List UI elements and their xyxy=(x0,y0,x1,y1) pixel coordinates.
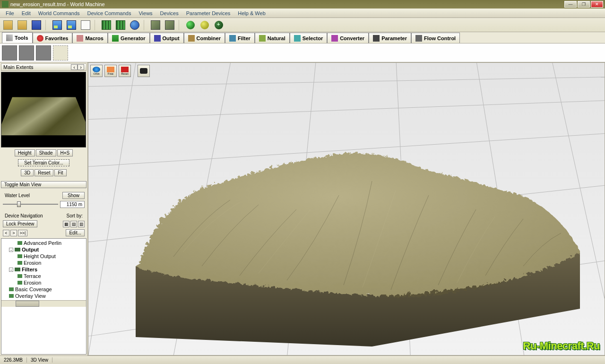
menu-edit[interactable]: Edit xyxy=(18,9,35,17)
3d-viewport[interactable]: Orbit Free Reset xyxy=(88,62,605,355)
build-add-button[interactable] xyxy=(213,19,225,31)
device-nav-label: Device Navigation xyxy=(3,212,45,219)
nav-last-button[interactable]: >>| xyxy=(18,230,27,236)
menu-parameter-devices[interactable]: Parameter Devices xyxy=(182,9,234,17)
menu-file[interactable]: File xyxy=(2,9,18,17)
toggle-main-view-button[interactable]: Toggle Main View xyxy=(1,181,86,188)
tree-node[interactable]: Advanced Perlin xyxy=(2,240,85,246)
save-file-button[interactable] xyxy=(30,19,43,31)
terrain-preview[interactable] xyxy=(1,72,86,147)
map2-button[interactable] xyxy=(164,19,176,31)
tab-natural[interactable]: Natural xyxy=(255,33,290,43)
status-memory: 226.3MB xyxy=(0,357,27,363)
hs-button[interactable]: H+S xyxy=(57,149,73,156)
node-icon xyxy=(15,248,20,251)
nav-prev-button[interactable]: < xyxy=(3,230,9,236)
reset-view-button[interactable]: Reset xyxy=(119,65,131,77)
tree-node[interactable]: -Filters xyxy=(2,266,85,273)
picture2-button[interactable] xyxy=(65,19,78,31)
separator xyxy=(179,20,182,30)
parameter-icon xyxy=(373,35,380,42)
separator xyxy=(95,20,97,30)
node-icon xyxy=(17,241,22,245)
minimize-button[interactable]: — xyxy=(564,1,577,8)
device-slot-empty[interactable] xyxy=(53,45,68,61)
tree-node[interactable]: Overlay View xyxy=(2,293,85,299)
menu-devices[interactable]: Devices xyxy=(156,9,182,17)
edit-button[interactable]: Edit... xyxy=(66,229,85,236)
map1-button[interactable] xyxy=(149,19,162,31)
sort-opt1[interactable]: ▦ xyxy=(63,221,69,227)
tab-generator[interactable]: Generator xyxy=(108,33,150,43)
node-icon xyxy=(17,261,22,265)
show-water-button[interactable]: Show xyxy=(62,192,85,199)
orbit-button[interactable]: Orbit xyxy=(90,65,103,77)
titlebar: new_erosion_result.tmd - World Machine —… xyxy=(0,0,605,9)
natural-icon xyxy=(259,35,266,42)
close-button[interactable]: ✕ xyxy=(591,1,603,8)
3d-button[interactable]: 3D xyxy=(21,169,34,176)
tree-node[interactable]: Erosion xyxy=(2,260,85,266)
open-file-button[interactable] xyxy=(16,19,28,31)
window-title: new_erosion_result.tmd - World Machine xyxy=(10,1,564,7)
tab-converter[interactable]: Converter xyxy=(327,33,369,43)
sort-opt3[interactable]: ▥ xyxy=(78,221,85,227)
tree-expander[interactable]: - xyxy=(9,248,13,252)
node-icon xyxy=(15,268,20,271)
watermark: Ru-Minecraft.Ru xyxy=(523,340,600,352)
fit-button[interactable]: Fit xyxy=(54,169,66,176)
nav-next-button[interactable]: > xyxy=(10,230,17,236)
globe-button[interactable] xyxy=(129,19,141,31)
tab-flow-control[interactable]: Flow Control xyxy=(411,33,460,43)
device-palette xyxy=(0,43,605,62)
tab-macros[interactable]: Macros xyxy=(72,33,108,43)
tab-selector[interactable]: Selector xyxy=(290,33,327,43)
device-slot[interactable] xyxy=(19,45,34,61)
extents-label: Main Extents xyxy=(3,64,34,70)
node-icon xyxy=(9,287,14,291)
device-slot[interactable] xyxy=(2,45,17,61)
menu-world-commands[interactable]: World Commands xyxy=(35,9,84,17)
picture-button[interactable] xyxy=(51,19,63,31)
height-button[interactable]: Height xyxy=(15,149,35,156)
extents-next[interactable]: › xyxy=(78,64,84,70)
water-level-value: 1150 m xyxy=(60,201,85,208)
tree-node[interactable]: Height Output xyxy=(2,253,85,260)
viewport-toolbar: Orbit Free Reset xyxy=(90,65,150,77)
tab-output[interactable]: Output xyxy=(150,33,184,43)
free-button[interactable]: Free xyxy=(104,65,117,77)
menu-device-commands[interactable]: Device Commands xyxy=(84,9,135,17)
tree-node[interactable]: -Output xyxy=(2,246,85,253)
tree-node[interactable]: Terrace xyxy=(2,273,85,279)
grid2-button[interactable] xyxy=(114,19,127,31)
device-tree[interactable]: Advanced Perlin-OutputHeight OutputErosi… xyxy=(1,238,86,355)
extents-prev[interactable]: ‹ xyxy=(71,64,78,70)
menu-views[interactable]: Views xyxy=(135,9,156,17)
build-yellow-button[interactable] xyxy=(199,19,211,31)
terrain-color-button[interactable]: Set Terrain Color... xyxy=(18,159,69,166)
tree-hscrollbar[interactable] xyxy=(1,300,86,307)
node-icon xyxy=(17,274,22,278)
reset-button[interactable]: Reset xyxy=(35,169,53,176)
tab-combiner[interactable]: Combiner xyxy=(184,33,225,43)
shade-button[interactable]: Shade xyxy=(36,149,56,156)
water-level-slider[interactable] xyxy=(3,200,58,208)
menubar: File Edit World Commands Device Commands… xyxy=(0,9,605,18)
tree-node[interactable]: Erosion xyxy=(2,279,85,286)
randomize-button[interactable] xyxy=(79,19,92,31)
menu-help-web[interactable]: Help & Web xyxy=(234,9,269,17)
tab-tools[interactable]: Tools xyxy=(2,32,33,43)
tree-expander[interactable]: - xyxy=(9,268,13,272)
tab-filter[interactable]: Filter xyxy=(225,33,255,43)
grid-button[interactable] xyxy=(100,19,112,31)
build-green-button[interactable] xyxy=(184,19,197,31)
tab-favorites[interactable]: Favorites xyxy=(33,33,73,43)
camera-button[interactable] xyxy=(138,65,150,77)
tree-node[interactable]: Basic Coverage xyxy=(2,286,85,293)
sort-opt2[interactable]: ▤ xyxy=(70,221,77,227)
new-file-button[interactable] xyxy=(2,19,14,31)
tab-parameter[interactable]: Parameter xyxy=(369,33,411,43)
device-slot[interactable] xyxy=(36,45,51,61)
maximize-button[interactable]: ❐ xyxy=(578,1,590,8)
lock-preview-button[interactable]: Lock Preview xyxy=(3,220,37,227)
